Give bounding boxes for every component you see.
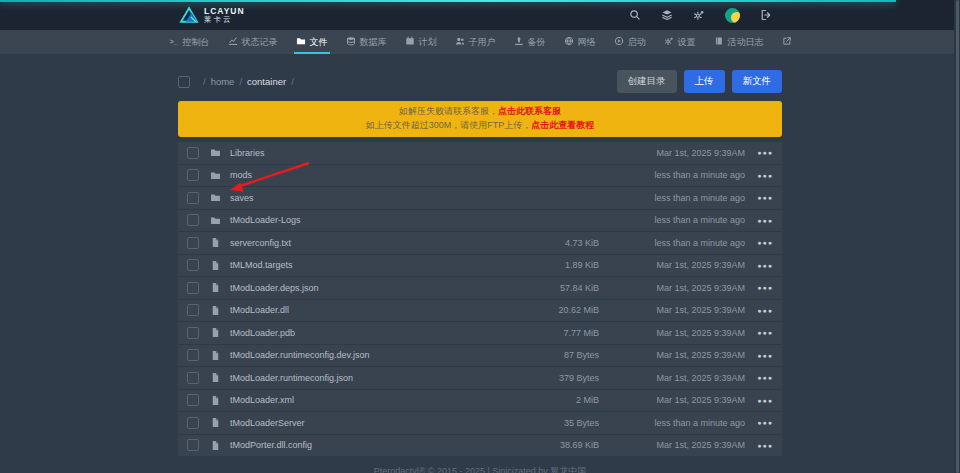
file-manager-page: LCAYUN 莱卡云 >_ 控制台 状态记录 文件 数据库 计划 — [0, 0, 960, 473]
file-modified: less than a minute ago — [599, 418, 745, 428]
tab-label: 启动 — [628, 36, 646, 49]
row-checkbox[interactable] — [187, 394, 199, 406]
select-all-checkbox[interactable] — [178, 76, 190, 88]
tab-external[interactable] — [773, 30, 801, 54]
file-name[interactable]: tModLoaderServer — [230, 418, 515, 428]
tab-subusers[interactable]: 子用户 — [446, 30, 505, 54]
file-name[interactable]: serverconfig.txt — [230, 238, 515, 248]
file-icon — [210, 417, 221, 428]
tab-network[interactable]: 网络 — [555, 30, 605, 54]
table-row[interactable]: tModLoader.runtimeconfig.dev.json 87 Byt… — [178, 345, 782, 368]
user-avatar[interactable] — [725, 8, 740, 23]
tab-label: 网络 — [578, 36, 596, 49]
tab-status[interactable]: 状态记录 — [219, 30, 287, 54]
file-name[interactable]: tModLoader.dll — [230, 305, 515, 315]
table-row[interactable]: tModLoaderServer 35 Bytes less than a mi… — [178, 412, 782, 435]
file-name[interactable]: tMLMod.targets — [230, 260, 515, 270]
row-menu-button[interactable]: ●●● — [745, 284, 773, 291]
new-file-button[interactable]: 新文件 — [732, 70, 783, 93]
file-name[interactable]: tModLoader.xml — [230, 395, 515, 405]
row-checkbox[interactable] — [187, 349, 199, 361]
row-menu-button[interactable]: ●●● — [745, 307, 773, 314]
file-modified: less than a minute ago — [599, 215, 745, 225]
banner-line-1: 如解压失败请联系客服，点击此联系客服 — [186, 105, 774, 119]
tab-backup[interactable]: 备份 — [505, 30, 555, 54]
search-icon[interactable] — [629, 9, 641, 21]
tab-console[interactable]: >_ 控制台 — [160, 30, 219, 54]
scrollbar[interactable] — [954, 0, 960, 473]
row-menu-button[interactable]: ●●● — [745, 397, 773, 404]
avatar-image — [731, 12, 740, 23]
table-row[interactable]: tModLoader-Logs less than a minute ago ●… — [178, 210, 782, 233]
tab-label: 子用户 — [469, 36, 496, 49]
row-checkbox[interactable] — [187, 147, 199, 159]
table-row[interactable]: tModLoader.pdb 7.77 MiB Mar 1st, 2025 9:… — [178, 322, 782, 345]
table-row[interactable]: tMLMod.targets 1.89 KiB Mar 1st, 2025 9:… — [178, 255, 782, 278]
file-name[interactable]: Libraries — [230, 148, 515, 158]
upload-button[interactable]: 上传 — [684, 70, 725, 93]
servers-icon[interactable] — [661, 9, 673, 21]
table-row[interactable]: tModLoader.runtimeconfig.json 379 Bytes … — [178, 367, 782, 390]
breadcrumb-item[interactable]: container — [247, 76, 286, 87]
row-menu-button[interactable]: ●●● — [745, 217, 773, 224]
row-checkbox[interactable] — [187, 304, 199, 316]
file-name[interactable]: tModLoader.runtimeconfig.dev.json — [230, 350, 515, 360]
file-name[interactable]: tModLoader.deps.json — [230, 283, 515, 293]
file-name[interactable]: tModLoader-Logs — [230, 215, 515, 225]
tab-files[interactable]: 文件 — [287, 30, 337, 54]
row-menu-button[interactable]: ●●● — [745, 374, 773, 381]
lcayun-logo-icon — [178, 5, 200, 25]
row-menu-button[interactable]: ●●● — [745, 262, 773, 269]
row-menu-button[interactable]: ●●● — [745, 442, 773, 449]
row-menu-button[interactable]: ●●● — [745, 149, 773, 156]
row-checkbox[interactable] — [187, 417, 199, 429]
logout-icon[interactable] — [760, 9, 772, 21]
table-row[interactable]: tModLoader.deps.json 57.84 KiB Mar 1st, … — [178, 277, 782, 300]
globe-icon — [564, 36, 574, 48]
table-row[interactable]: saves less than a minute ago ●●● — [178, 187, 782, 210]
tab-database[interactable]: 数据库 — [337, 30, 396, 54]
row-checkbox[interactable] — [187, 372, 199, 384]
tab-label: 文件 — [310, 36, 328, 49]
file-name[interactable]: tModLoader.pdb — [230, 328, 515, 338]
row-checkbox[interactable] — [187, 237, 199, 249]
row-menu-button[interactable]: ●●● — [745, 239, 773, 246]
table-row[interactable]: tModLoader.dll 20.62 MiB Mar 1st, 2025 9… — [178, 300, 782, 323]
create-directory-button[interactable]: 创建目录 — [617, 70, 677, 93]
file-name[interactable]: mods — [230, 170, 515, 180]
row-menu-button[interactable]: ●●● — [745, 352, 773, 359]
row-menu-button[interactable]: ●●● — [745, 419, 773, 426]
table-row[interactable]: tModLoader.xml 2 MiB Mar 1st, 2025 9:39A… — [178, 390, 782, 413]
tab-startup[interactable]: 启动 — [605, 30, 655, 54]
table-row[interactable]: Libraries Mar 1st, 2025 9:39AM ●●● — [178, 142, 782, 165]
settings-icon[interactable] — [693, 9, 705, 21]
row-checkbox[interactable] — [187, 327, 199, 339]
scrollbar-thumb[interactable] — [956, 0, 959, 473]
row-checkbox[interactable] — [187, 192, 199, 204]
row-checkbox[interactable] — [187, 439, 199, 451]
row-menu-button[interactable]: ●●● — [745, 194, 773, 201]
tab-activity[interactable]: 活动日志 — [705, 30, 773, 54]
file-name[interactable]: saves — [230, 193, 515, 203]
tab-schedule[interactable]: 计划 — [396, 30, 446, 54]
brand-logo[interactable]: LCAYUN 莱卡云 — [178, 5, 245, 25]
file-icon — [210, 237, 221, 248]
file-name[interactable]: tModLoader.runtimeconfig.json — [230, 373, 515, 383]
row-menu-button[interactable]: ●●● — [745, 172, 773, 179]
banner-link[interactable]: 点击此联系客服 — [498, 106, 561, 116]
table-row[interactable]: mods less than a minute ago ●●● — [178, 165, 782, 188]
file-size: 379 Bytes — [515, 373, 599, 383]
table-row[interactable]: serverconfig.txt 4.73 KiB less than a mi… — [178, 232, 782, 255]
row-checkbox[interactable] — [187, 259, 199, 271]
row-checkbox[interactable] — [187, 214, 199, 226]
row-menu-button[interactable]: ●●● — [745, 329, 773, 336]
table-row[interactable]: tModPorter.dll.config 38.69 KiB Mar 1st,… — [178, 435, 782, 458]
banner-link[interactable]: 点击此查看教程 — [531, 120, 594, 130]
database-icon — [346, 36, 356, 48]
file-name[interactable]: tModPorter.dll.config — [230, 440, 515, 450]
breadcrumb-item[interactable]: home — [211, 76, 235, 87]
file-modified: less than a minute ago — [599, 170, 745, 180]
tab-settings[interactable]: 设置 — [655, 30, 705, 54]
row-checkbox[interactable] — [187, 169, 199, 181]
row-checkbox[interactable] — [187, 282, 199, 294]
